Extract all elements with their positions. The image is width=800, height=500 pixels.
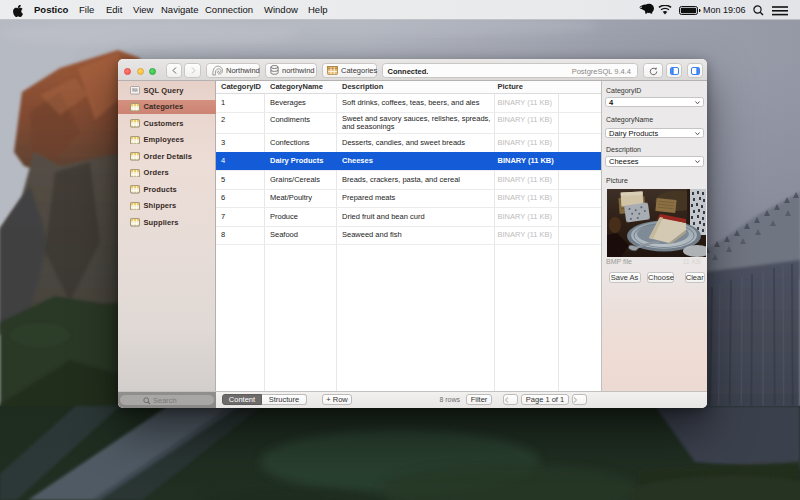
svg-text:SQL: SQL bbox=[132, 88, 138, 92]
